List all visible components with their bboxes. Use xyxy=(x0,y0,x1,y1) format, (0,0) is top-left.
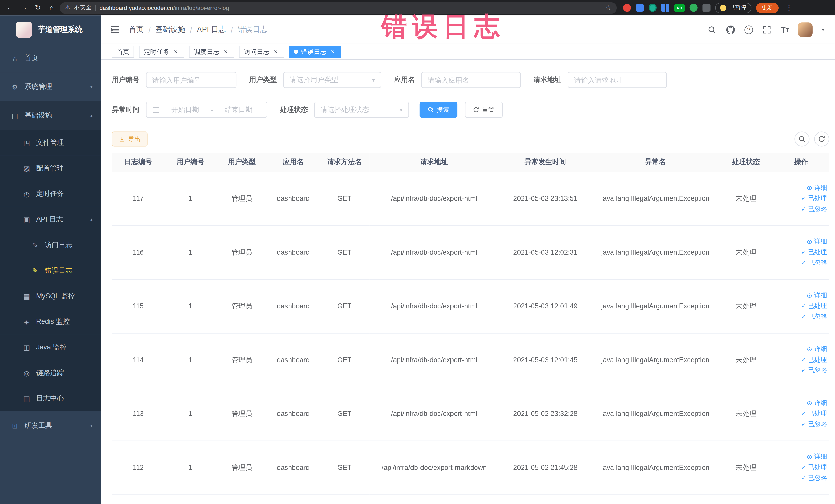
tab[interactable]: 调度日志 × xyxy=(189,46,234,58)
request-url-field[interactable] xyxy=(568,72,667,88)
sidebar-item[interactable]: ◫ Java 监控 xyxy=(0,335,101,360)
sidebar-item[interactable]: ⊞ 研发工具 ▾ xyxy=(0,411,101,440)
extension-on-icon[interactable]: on xyxy=(674,4,685,12)
process-link[interactable]: ✓已处理 xyxy=(801,463,827,472)
toggle-search-button[interactable] xyxy=(794,132,809,146)
tab[interactable]: 访问日志 × xyxy=(239,46,284,58)
ignore-link[interactable]: ✓已忽略 xyxy=(801,205,827,214)
sidebar-item[interactable]: ◈ Redis 监控 xyxy=(0,309,101,335)
hamburger-icon[interactable] xyxy=(109,24,120,35)
ignore-link[interactable]: ✓已忽略 xyxy=(801,366,827,375)
cell-status: 未处理 xyxy=(719,387,773,441)
sidebar-item[interactable]: ▥ 日志中心 xyxy=(0,386,101,411)
tab-close-icon[interactable]: × xyxy=(329,48,337,56)
sidebar-item[interactable]: ▤ 基础设施 ▴ xyxy=(0,101,101,130)
process-link[interactable]: ✓已处理 xyxy=(801,355,827,364)
extension-red-icon[interactable] xyxy=(623,4,631,12)
tab[interactable]: 首页 × xyxy=(112,46,134,58)
reset-button[interactable]: 重置 xyxy=(465,102,503,118)
fullscreen-icon[interactable] xyxy=(762,25,772,34)
extension-green-icon[interactable] xyxy=(690,4,698,12)
sidebar-item[interactable]: ⌂ 首页 xyxy=(0,44,101,73)
extension-grid-icon[interactable] xyxy=(661,4,669,12)
date-range-picker[interactable]: 开始日期 - 结束日期 xyxy=(146,102,267,118)
process-link[interactable]: ✓已处理 xyxy=(801,409,827,418)
breadcrumb-separator: / xyxy=(149,25,151,34)
detail-link[interactable]: 详细 xyxy=(806,291,827,300)
tab-close-icon[interactable]: × xyxy=(222,48,229,56)
paused-chip[interactable]: 已暂停 xyxy=(715,2,751,13)
user-type-select[interactable]: 请选择用户类型▾ xyxy=(283,72,382,88)
check-icon: ✓ xyxy=(801,249,806,256)
sidebar-item[interactable]: ▦ MySQL 监控 xyxy=(0,283,101,309)
cell-user-type: 管理员 xyxy=(217,333,267,387)
detail-link[interactable]: 详细 xyxy=(806,237,827,246)
refresh-button[interactable] xyxy=(814,132,829,146)
sidebar-item[interactable]: ⚙ 系统管理 ▾ xyxy=(0,73,101,101)
user-id-field[interactable] xyxy=(146,72,237,88)
ignore-link[interactable]: ✓已忽略 xyxy=(801,420,827,429)
search-icon[interactable] xyxy=(707,25,717,34)
column-header: 用户编号 xyxy=(165,153,216,172)
sidebar-logo[interactable]: 芋道管理系统 xyxy=(0,15,101,44)
tab-close-icon[interactable]: × xyxy=(172,48,179,56)
process-status-select[interactable]: 请选择处理状态▾ xyxy=(314,102,409,118)
extension-pin-icon[interactable] xyxy=(702,4,710,12)
help-icon[interactable]: ? xyxy=(745,25,753,34)
detail-link[interactable]: 详细 xyxy=(806,399,827,407)
bookmark-star-icon[interactable]: ☆ xyxy=(605,4,611,12)
sidebar-item[interactable]: ◎ 链路追踪 xyxy=(0,360,101,386)
ignore-link[interactable]: ✓已忽略 xyxy=(801,258,827,267)
cell-url: /api/infra/db-doc/export-markdown xyxy=(370,441,498,495)
ignore-link[interactable]: ✓已忽略 xyxy=(801,473,827,482)
user-id-input[interactable] xyxy=(152,76,230,84)
extension-teal-icon[interactable] xyxy=(649,4,657,12)
detail-link[interactable]: 详细 xyxy=(806,452,827,461)
browser-menu-icon[interactable]: ⋮ xyxy=(783,4,795,12)
address-bar[interactable]: ⚠ 不安全 dashboard.yudao.iocoder.cn/infra/l… xyxy=(60,2,616,14)
table-row: 116 1 管理员 dashboard GET /api/infra/db-do… xyxy=(112,225,829,279)
back-icon[interactable]: ← xyxy=(4,2,16,14)
breadcrumb-item[interactable]: 首页 xyxy=(129,25,144,34)
check-icon: ✓ xyxy=(801,367,806,374)
divider xyxy=(95,5,96,11)
process-link[interactable]: ✓已处理 xyxy=(801,248,827,257)
logo-title: 芋道管理系统 xyxy=(38,25,82,34)
breadcrumb-item[interactable]: 基础设施 xyxy=(156,25,185,34)
sidebar-item[interactable]: ▣ API 日志 ▴ xyxy=(0,207,101,233)
forward-icon[interactable]: → xyxy=(18,2,30,14)
sidebar-item[interactable]: ✎ 访问日志 xyxy=(0,233,101,258)
app-name-field[interactable] xyxy=(421,72,521,88)
search-button[interactable]: 搜索 xyxy=(420,102,457,118)
process-link[interactable]: ✓已处理 xyxy=(801,194,827,203)
home-icon[interactable]: ⌂ xyxy=(46,2,58,14)
reload-icon[interactable]: ↻ xyxy=(32,2,44,14)
request-url-input[interactable] xyxy=(574,76,660,84)
avatar-caret-icon[interactable]: ▾ xyxy=(822,27,824,32)
ignore-link[interactable]: ✓已忽略 xyxy=(801,312,827,321)
extension-blue-icon[interactable] xyxy=(636,4,644,12)
github-icon[interactable] xyxy=(726,25,735,34)
font-size-icon[interactable]: TT xyxy=(781,26,789,34)
page: ← → ↻ ⌂ ⚠ 不安全 dashboard.yudao.iocoder.cn… xyxy=(0,0,835,504)
tab[interactable]: 定时任务 × xyxy=(139,46,184,58)
sidebar-item[interactable]: ◳ 文件管理 xyxy=(0,130,101,156)
tab-close-icon[interactable]: × xyxy=(272,48,280,56)
cell-status: 未处理 xyxy=(719,172,773,225)
tab[interactable]: 错误日志 × xyxy=(289,46,341,58)
sidebar-item[interactable]: ✎ 错误日志 xyxy=(0,258,101,283)
cell-user-type: 管理员 xyxy=(217,387,267,441)
sidebar-item[interactable]: ▨ 配置管理 xyxy=(0,156,101,181)
update-button[interactable]: 更新 xyxy=(756,2,778,13)
process-status-label: 处理状态 xyxy=(280,105,308,115)
breadcrumb-separator: / xyxy=(231,25,233,34)
export-button[interactable]: 导出 xyxy=(112,132,148,146)
breadcrumb-item[interactable]: API 日志 xyxy=(197,25,226,34)
detail-link[interactable]: 详细 xyxy=(806,345,827,354)
detail-link[interactable]: 详细 xyxy=(806,183,827,192)
app-name-input[interactable] xyxy=(428,76,514,84)
sidebar-item[interactable]: ◷ 定时任务 xyxy=(0,181,101,207)
process-link[interactable]: ✓已处理 xyxy=(801,301,827,310)
user-avatar[interactable] xyxy=(798,22,813,37)
cell-actions: 详细 ✓已处理 ✓已忽略 xyxy=(773,225,829,279)
